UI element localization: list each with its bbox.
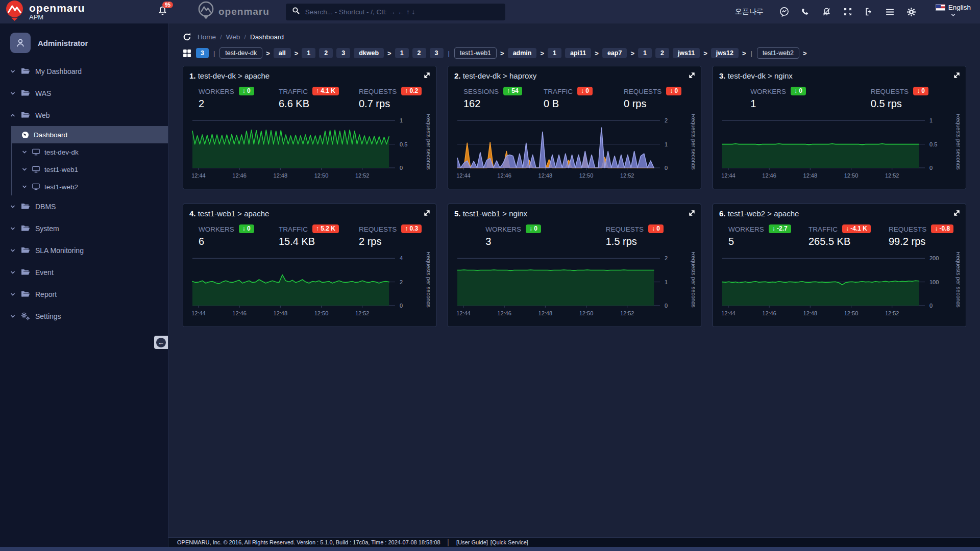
filter-chip-2[interactable]: 2 — [412, 48, 426, 58]
filter-chip-eap7[interactable]: eap7 — [602, 48, 627, 58]
metric-delta-badge: ↓ 0 — [791, 87, 806, 95]
svg-text:200: 200 — [929, 255, 939, 261]
svg-text:Requests per seconds: Requests per seconds — [426, 252, 430, 308]
sidebar-item-sla-monitoring[interactable]: SLA Monitoring — [0, 239, 168, 261]
breadcrumb-separator: / — [244, 33, 246, 41]
openmaru-chat-icon[interactable] — [779, 7, 790, 17]
sidebar-item-settings[interactable]: Settings — [0, 305, 168, 327]
sidebar-item-report[interactable]: Report — [0, 283, 168, 305]
filter-chip-2[interactable]: 2 — [655, 48, 669, 58]
sidebar-item-dbms[interactable]: DBMS — [0, 195, 168, 217]
svg-text:12:46: 12:46 — [762, 172, 776, 179]
server-chip-test1-web2[interactable]: test1-web2 — [757, 47, 799, 59]
filter-chip-dkweb[interactable]: dkweb — [354, 48, 384, 58]
expand-icon[interactable] — [953, 209, 960, 218]
metric-label: WORKERS — [199, 88, 234, 95]
filter-chip-api11[interactable]: api11 — [565, 48, 591, 58]
chevron-right-icon: > — [540, 49, 544, 57]
filter-count-chip[interactable]: 3 — [196, 48, 209, 58]
chevron-down-icon — [10, 269, 16, 276]
filter-chip-1[interactable]: 1 — [395, 48, 409, 58]
language-selector[interactable]: English — [936, 4, 971, 20]
panel-number: 6. — [719, 209, 726, 218]
sidebar-subitem-dashboard[interactable]: Dashboard — [12, 126, 168, 143]
fullscreen-icon[interactable] — [843, 7, 852, 16]
metric-traffic: TRAFFIC↓ -4.1 K265.5 KB — [799, 224, 879, 247]
grid-icon[interactable] — [183, 49, 191, 58]
metric-chart: 00.5112:4412:4612:4812:5012:52Requests p… — [189, 112, 430, 183]
svg-text:12:50: 12:50 — [844, 310, 859, 316]
panel-test-dev-dk-haproxy: 2. test-dev-dk > haproxySESSIONS↑ 54162T… — [448, 66, 701, 189]
sidebar-item-my-dashboard[interactable]: My Dashboard — [0, 60, 168, 82]
footer-link-user-guide[interactable]: [User Guide] — [456, 539, 488, 545]
chevron-right-icon: > — [595, 49, 599, 57]
phone-icon[interactable] — [801, 8, 810, 16]
svg-text:Requests per seconds: Requests per seconds — [426, 114, 430, 170]
panel-title-text: test-dev-dk > apache — [198, 71, 270, 80]
logout-icon[interactable] — [864, 7, 873, 16]
chevron-right-icon: > — [742, 49, 746, 57]
svg-text:12:46: 12:46 — [497, 172, 511, 179]
metric-requests: REQUESTS↓ 00 rps — [615, 87, 695, 110]
expand-icon[interactable] — [689, 209, 695, 218]
refresh-icon[interactable] — [183, 33, 191, 41]
sidebar: Administrator My DashboardWASWebDashboar… — [0, 23, 168, 547]
filter-chip-admin[interactable]: admin — [508, 48, 537, 58]
sidebar-item-system[interactable]: System — [0, 217, 168, 239]
filter-chip-3[interactable]: 3 — [336, 48, 350, 58]
expand-icon[interactable] — [953, 71, 960, 81]
footer-link-quick-service[interactable]: [Quick Service] — [491, 539, 528, 545]
expand-icon[interactable] — [424, 209, 430, 218]
sidebar-subitem-test-dev-dk[interactable]: test-dev-dk — [12, 143, 168, 161]
svg-text:12:44: 12:44 — [721, 172, 736, 179]
app-logo[interactable]: openmaru APM — [5, 0, 112, 23]
metric-workers: WORKERS↓ 06 — [189, 224, 270, 247]
expand-icon[interactable] — [689, 71, 695, 81]
sidebar-item-event[interactable]: Event — [0, 261, 168, 283]
filter-chip-1[interactable]: 1 — [302, 48, 315, 58]
metric-value: 5 — [728, 236, 799, 247]
metric-value: 2 — [199, 98, 270, 110]
footer-separator: │ — [447, 539, 451, 546]
sidebar-item-was[interactable]: WAS — [0, 82, 168, 104]
sidebar-collapse-button[interactable]: ← — [154, 336, 168, 349]
svg-text:12:52: 12:52 — [885, 310, 899, 316]
metric-requests: REQUESTS↓ 00.5 rps — [840, 87, 960, 110]
bell-icon — [157, 9, 168, 18]
filter-chip-3[interactable]: 3 — [430, 48, 444, 58]
filter-chip-2[interactable]: 2 — [319, 48, 333, 58]
metric-workers: WORKERS↓ 03 — [454, 224, 575, 247]
sidebar-subitem-label: Dashboard — [34, 131, 67, 139]
filter-chip-jws11[interactable]: jws11 — [673, 48, 700, 58]
server-chip-test-dev-dk[interactable]: test-dev-dk — [219, 47, 262, 59]
svg-text:12:52: 12:52 — [355, 310, 370, 316]
sidebar-subitem-test1-web2[interactable]: test1-web2 — [12, 178, 168, 195]
gear-icon[interactable] — [906, 7, 916, 17]
sidebar-item-label: DBMS — [35, 203, 56, 211]
filter-chip-all[interactable]: all — [274, 48, 291, 58]
menu-icon[interactable] — [885, 7, 895, 17]
metrics-row: SESSIONS↑ 54162TRAFFIC↓ 00 BREQUESTS↓ 00… — [454, 87, 695, 110]
filter-chip-jws12[interactable]: jws12 — [711, 48, 739, 58]
metric-label: REQUESTS — [871, 88, 909, 95]
server-chip-test1-web1[interactable]: test1-web1 — [454, 47, 497, 59]
breadcrumb-item-web[interactable]: Web — [226, 33, 240, 41]
filter-chip-1[interactable]: 1 — [638, 48, 652, 58]
notifications-button[interactable]: 95 — [157, 6, 168, 18]
metrics-row: WORKERS↓ 01REQUESTS↓ 00.5 rps — [719, 87, 960, 110]
sidebar-item-web[interactable]: Web — [0, 104, 168, 126]
panel-title: 2. test-dev-dk > haproxy — [454, 71, 695, 80]
breadcrumb-item-dashboard: Dashboard — [250, 33, 284, 41]
search-input[interactable] — [305, 8, 499, 16]
sidebar-subitem-test1-web1[interactable]: test1-web1 — [12, 161, 168, 178]
filter-chip-1[interactable]: 1 — [548, 48, 561, 58]
metric-value: 0 rps — [624, 98, 695, 110]
metric-label: WORKERS — [728, 226, 764, 233]
metric-delta-badge: ↓ -2.7 — [769, 224, 791, 233]
svg-text:12:50: 12:50 — [579, 172, 594, 179]
expand-icon[interactable] — [424, 71, 430, 81]
bell-slash-icon[interactable] — [822, 7, 831, 17]
breadcrumb-item-home[interactable]: Home — [198, 33, 216, 41]
svg-text:12:52: 12:52 — [355, 172, 370, 179]
svg-text:100: 100 — [929, 279, 939, 285]
